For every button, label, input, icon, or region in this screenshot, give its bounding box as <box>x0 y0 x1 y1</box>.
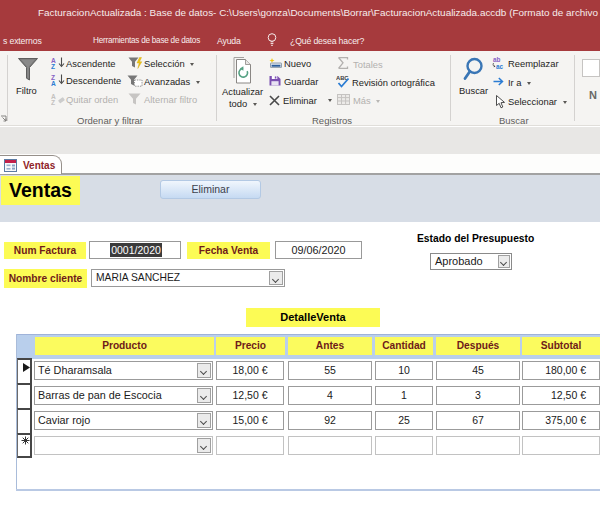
svg-text:Z: Z <box>51 99 55 106</box>
svg-text:Z: Z <box>51 63 55 70</box>
svg-text:A: A <box>51 80 56 87</box>
svg-text:ac: ac <box>496 63 504 70</box>
